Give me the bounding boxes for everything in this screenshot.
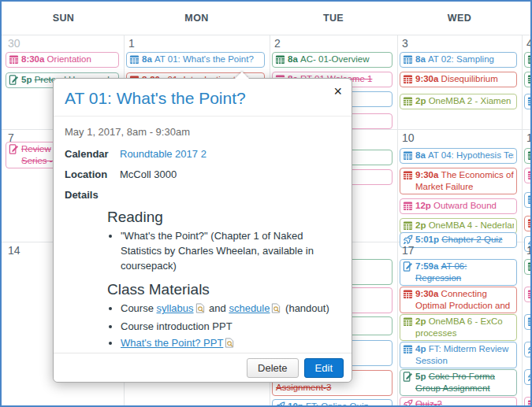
details-text: Course [121,302,157,314]
calendar-field: Calendar Roundtable 2017 2 [65,144,340,165]
calendar-icon [403,289,413,302]
event-text: 8a AT 01: What's the Point? [142,54,262,65]
event-text: 2p OneMBA 4 - Nederlands [415,220,514,231]
details-bullet: Course introduction PPT [121,319,340,334]
syllabus-link[interactable]: syllabus [157,302,194,314]
details-bullet-list: "What's the Point?" (Chapter 1 of Naked … [107,228,340,273]
calendar-icon [527,218,532,231]
calendar-event[interactable]: 9:30a Disequilibrium [400,72,517,87]
calendar-event[interactable] [524,72,532,87]
calendar-event[interactable] [524,168,532,183]
calendar-event[interactable]: 2p OneMBA 6 - ExCo processes [400,314,517,341]
calendar-event[interactable]: 8a AT 04: Hypothesis Testing I [400,148,517,164]
day-cell[interactable]: 18 [522,242,532,407]
details-text: Course introduction PPT [121,320,233,332]
whats-the-point-ppt-link[interactable]: What's the Point? PPT [121,337,223,349]
calendar-icon [403,150,413,164]
calendar-event[interactable]: 4p FT: Midterm Review Session [400,342,517,368]
popup-caret-icon [235,72,249,79]
edit-button[interactable]: Edit [304,358,344,378]
calendar-event[interactable]: 5p Coke Pro Forma Group Assignment [400,369,517,396]
details-bullet: Course syllabus and schedule (handout) [121,301,340,317]
location-field-label: Location [65,165,113,185]
calendar-event[interactable] [524,216,532,231]
calendar-event[interactable] [524,342,532,357]
calendar-icon [403,170,413,183]
event-text: 7:59a AT 06: Regression Fundamentals I (… [415,261,514,286]
date-label: 10 [402,131,415,144]
details-text: and [206,302,229,314]
details-bullet-list: Course syllabus and schedule (handout)Co… [107,301,340,352]
calendar-event[interactable] [524,369,532,385]
calendar-event[interactable]: 2p OneMBA 4 - Nederlands [400,218,517,234]
assignment-icon [403,261,413,275]
day-cell[interactable]: 4 [522,35,532,129]
calendar-month-view: SUNMONTUEWED308:30a Orientation5p Preten… [0,0,532,407]
calendar-event[interactable]: 2p OneMBA 2 - Xiamen [400,94,517,109]
calendar-field-label: Calendar [65,144,113,165]
date-label: 14 [8,244,20,257]
details-text: (handout) [282,302,329,314]
calendar-event[interactable]: 10p FT: Online Quiz [272,399,392,407]
calendar-event[interactable]: 9:30a Connecting Optimal Production and … [400,287,517,313]
calendar-event[interactable]: 9:30a The Economics of Market Failure [400,168,517,194]
preview-ppt-icon[interactable] [225,337,234,352]
location-field: Location McColl 3000 [65,165,340,185]
calendar-icon [527,289,532,302]
calendar-icon [129,54,140,68]
calendar-event[interactable] [524,397,532,407]
close-icon[interactable]: × [332,83,344,100]
event-text: 2p OneMBA 2 - Xiamen [415,95,514,107]
day-cell[interactable]: 11 [522,129,532,242]
calendar-event[interactable]: 12p Outward Bound [400,198,517,214]
calendar-icon [527,194,532,208]
calendar-icon [275,54,285,68]
schedule-link[interactable]: schedule [229,302,270,314]
calendar-event[interactable] [524,287,532,302]
event-text: 12p Outward Bound [415,200,514,212]
date-label: 2 [274,37,281,50]
day-header-wed: WED [397,2,522,35]
delete-button[interactable]: Delete [247,358,299,378]
calendar-event[interactable] [524,259,532,275]
day-cell[interactable]: 108a AT 04: Hypothesis Testing I9:30a Th… [397,129,522,242]
details-field: Details [65,185,340,205]
details-text: "What's the Point?" (Chapter 1 of Naked … [121,230,314,272]
event-detail-popup: × AT 01: What's the Point? May 1, 2017, … [53,78,352,383]
calendar-event[interactable] [524,94,532,109]
day-cell[interactable]: 38a AT 02: Sampling9:30a Disequilibrium2… [397,35,522,129]
quiz-icon [403,399,413,407]
calendar-event[interactable] [524,192,532,208]
calendar-course-link[interactable]: Roundtable 2017 2 [120,144,206,165]
calendar-event[interactable]: 8:30a Orientation [6,52,119,68]
preview-syllabus-icon[interactable] [195,302,205,317]
event-text: Quiz-2 [415,398,514,407]
details-content: Reading"What's the Point?" (Chapter 1 of… [107,209,340,352]
event-text: 9:30a Connecting Optimal Production and … [415,288,514,313]
event-text: 9:30a The Economics of Market Failure [415,169,514,193]
preview-schedule-icon[interactable] [271,302,281,317]
event-datetime: May 1, 2017, 8am - 9:30am [65,126,340,138]
calendar-icon [527,261,532,275]
calendar-event[interactable] [524,314,532,330]
details-section-heading: Class Materials [107,281,340,298]
day-header-sun: SUN [3,2,124,35]
event-text: 8:30a Orientation [21,54,116,65]
event-text: 4p FT: Midterm Review Session [415,343,514,367]
details-field-label: Details [65,185,113,205]
calendar-event[interactable] [524,148,532,164]
calendar-icon [527,316,532,330]
calendar-event[interactable]: Quiz-2 [400,397,517,407]
assignment-icon [9,144,19,157]
calendar-event[interactable]: 7:59a AT 06: Regression Fundamentals I (… [400,259,517,286]
calendar-event[interactable]: 8a AT 01: What's the Point? [126,52,265,68]
location-value: McColl 3000 [120,165,177,185]
calendar-event[interactable]: 8a AT 02: Sampling [400,52,517,68]
details-section-heading: Reading [107,209,340,226]
calendar-event[interactable] [524,52,532,68]
calendar-icon [527,399,532,407]
calendar-icon [403,54,413,68]
popup-event-title: AT 01: What's the Point? [54,79,352,117]
day-cell[interactable]: 177:59a AT 06: Regression Fundamentals I… [397,242,522,407]
calendar-event[interactable]: 8a AC- 01-Overview [272,52,392,68]
